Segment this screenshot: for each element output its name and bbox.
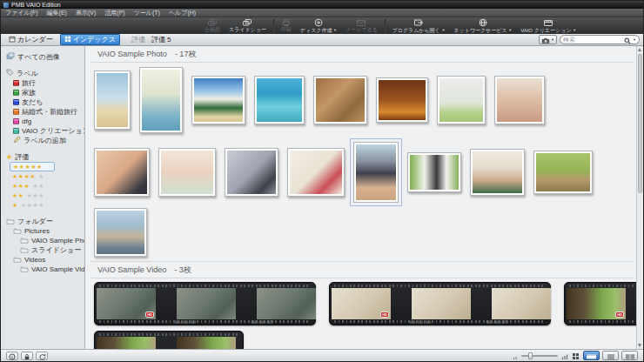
toolbar-disc-create-button[interactable]: ディスク作成 ▼ (296, 17, 341, 34)
menu-file[interactable]: ファイル(F) (5, 9, 38, 17)
photo-beach-toddler[interactable] (94, 70, 131, 130)
photo-tortoise[interactable] (533, 151, 593, 194)
creation-icon (543, 18, 553, 27)
menu-tools[interactable]: ツール(T) (134, 9, 160, 17)
star-icon: ★ (6, 154, 12, 161)
label-color-swatch (13, 90, 19, 96)
photo-toddler-big-sunglasses[interactable] (353, 142, 399, 203)
filter-bar: カレンダーインデックス 評価 評価 5 ▼ ▼ (1, 34, 643, 46)
sidebar-label-item[interactable]: dfg (1, 117, 84, 126)
toolbar-send-mail-button: メールで送る (341, 17, 382, 34)
chevron-down-icon: ▼ (441, 28, 445, 32)
vertical-scrollbar[interactable] (636, 46, 643, 349)
sidebar-labels-header[interactable]: ラベル (1, 69, 84, 78)
info-button[interactable] (6, 352, 18, 360)
app-icon (3, 3, 9, 8)
search-options-arrow[interactable]: ▼ (633, 37, 636, 42)
photo-image (290, 151, 342, 194)
rating-3-stars[interactable]: ★★★★★ (10, 181, 55, 191)
tab-calendar[interactable]: カレンダー (4, 34, 57, 45)
sidebar-rating-header[interactable]: ★評価 (1, 152, 84, 162)
photo-sofa-nap[interactable] (225, 148, 278, 197)
menu-use[interactable]: 活用(P) (104, 9, 124, 17)
photo-row (94, 137, 636, 207)
sidebar-label-item[interactable]: 旅行 (1, 78, 84, 88)
list-view-button[interactable] (602, 351, 619, 360)
slider-thumb[interactable] (528, 352, 533, 359)
menubar: ファイル(F)編集(E)表示(V)活用(P)ツール(T)ヘルプ(H) (1, 9, 643, 17)
sidebar-folder-vaio-sample-photo[interactable]: VAIO Sample Photo (1, 236, 84, 245)
sidebar-folders-header[interactable]: フォルダー (1, 217, 84, 226)
rating-5-stars[interactable]: ★★★★★ (10, 162, 55, 171)
label-color-swatch (13, 118, 19, 124)
video-backyard-kid-continued[interactable] (94, 331, 244, 349)
photo-white-hat-girl[interactable] (470, 149, 525, 196)
photo-smiling-girl[interactable] (94, 148, 150, 197)
protect-button[interactable] (21, 352, 33, 360)
search-target-dropdown[interactable]: ▼ (539, 35, 557, 44)
sidebar-folder-pictures[interactable]: Pictures (1, 226, 84, 236)
photo-palm-beach[interactable] (191, 76, 245, 124)
search-area: ▼ ▼ (539, 35, 640, 44)
rating-1-stars[interactable]: ★★★★★ (10, 200, 55, 210)
hd-badge: HD (615, 312, 624, 318)
toolbar-slideshow-button[interactable]: スライドショー (225, 17, 271, 34)
sidebar-add-label[interactable]: ラベルの追加 (1, 136, 84, 145)
video-backyard-kid[interactable]: HD (564, 282, 636, 325)
photo-stone-alley[interactable] (376, 77, 428, 123)
video-frame (412, 288, 471, 319)
folder-icon (13, 256, 22, 265)
menu-help[interactable]: ヘルプ(H) (169, 9, 196, 17)
toolbar-network-service-button[interactable]: ネットワークサービス ▼ (449, 17, 516, 34)
video-timestamp: 00:00:00 (410, 320, 431, 325)
tab-index[interactable]: インデックス (60, 34, 120, 45)
index-grid-icon (64, 36, 71, 44)
sidebar-all-images[interactable]: すべての画像 (1, 52, 84, 62)
label-color-swatch (13, 128, 19, 134)
scroll-up-arrow[interactable] (638, 48, 641, 51)
menu-view[interactable]: 表示(V) (76, 9, 96, 17)
search-input[interactable] (563, 37, 622, 43)
scrollbar-thumb[interactable] (638, 54, 642, 193)
network-icon (478, 18, 488, 27)
split-view-button[interactable] (621, 351, 638, 360)
photo-image (473, 151, 522, 193)
folder-icon (20, 265, 29, 274)
video-row: HD00:00:0000:00:05HD00:00:0000:00:05HD (94, 282, 634, 325)
sidebar-label-item[interactable]: 友だち (1, 97, 84, 107)
info-icon (9, 348, 16, 362)
toolbar-open-with-program-button[interactable]: プログラムから開く ▼ (388, 17, 450, 34)
grid-size-icon (572, 348, 580, 362)
photo-wedding-couple[interactable] (407, 152, 461, 192)
search-box: ▼ (560, 35, 640, 44)
video-section-header: VAIO Sample Video - 3枚 (91, 262, 634, 278)
sidebar-label-item[interactable]: 家族 (1, 88, 84, 97)
sidebar-folder-videos[interactable]: Videos (1, 255, 84, 265)
sidebar-label-item[interactable]: VAIO クリエーション ムービー (1, 126, 84, 136)
photo-deck-dog[interactable] (313, 76, 367, 124)
photo-sleeping-baby[interactable] (158, 148, 216, 197)
rating-4-stars[interactable]: ★★★★★ (10, 171, 55, 181)
status-bar (1, 349, 643, 361)
video-rattan-chair-baby[interactable]: HD00:00:0000:00:05 (329, 282, 551, 325)
thumbnail-size-slider[interactable] (521, 355, 558, 357)
video-frame (257, 288, 316, 319)
photo-crawling-baby[interactable] (437, 76, 486, 124)
rotate-button[interactable] (36, 352, 48, 360)
photo-lakeside-town[interactable] (94, 208, 147, 257)
video-pool-costume-kid[interactable]: HD00:00:0000:00:05 (94, 282, 316, 325)
photo-baby-face[interactable] (494, 76, 545, 124)
filmstrip-view-button[interactable] (583, 351, 600, 360)
menu-edit[interactable]: 編集(E) (47, 9, 67, 17)
sidebar-folder-vaio-sample-video[interactable]: VAIO Sample Video (1, 265, 84, 274)
photo-bed-girl-pink-glasses[interactable] (287, 148, 345, 197)
rating-2-stars[interactable]: ★★★★★ (10, 191, 55, 200)
sidebar-label-item[interactable]: 結婚式・新婚旅行 (1, 107, 84, 117)
sidebar-folder-スライドショー[interactable]: スライドショー (1, 245, 84, 255)
photo-coral-sea[interactable] (254, 76, 305, 124)
scroll-down-arrow[interactable] (638, 344, 641, 347)
photo-splashing-girl[interactable] (139, 67, 183, 133)
search-icon[interactable] (624, 32, 631, 48)
video-section-title: VAIO Sample Video (97, 265, 166, 274)
sidebar: すべての画像ラベル旅行家族友だち結婚式・新婚旅行dfgVAIO クリエーション … (1, 46, 85, 349)
